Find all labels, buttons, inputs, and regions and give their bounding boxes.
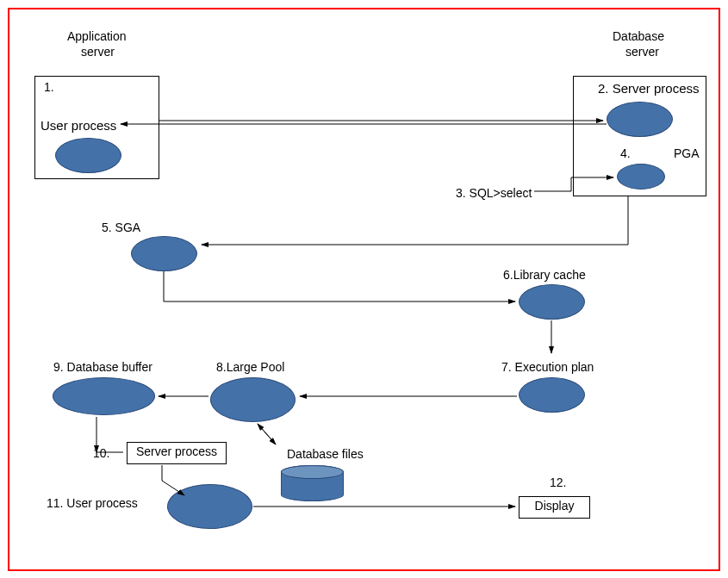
db-server-header-line1: Database xyxy=(613,29,664,43)
large-pool-label: 8.Large Pool xyxy=(216,360,284,374)
execution-plan-label: 7. Execution plan xyxy=(501,360,594,374)
sga-label: 5. SGA xyxy=(102,221,140,234)
app-server-header-line1: Application xyxy=(67,29,127,43)
server-process-box: Server process xyxy=(127,442,227,464)
step12-number: 12. xyxy=(550,475,566,489)
step10-number: 10. xyxy=(93,446,109,460)
db-files-label: Database files xyxy=(287,447,364,461)
server-process-ellipse xyxy=(607,102,673,137)
step1-number: 1. xyxy=(44,80,160,94)
user-process-ellipse xyxy=(55,138,121,173)
display-box-label: Display xyxy=(535,499,575,513)
server-process-label: 2. Server process xyxy=(598,81,700,96)
db-files-cylinder xyxy=(281,465,344,501)
pga-label: PGA xyxy=(674,146,700,160)
db-server-header-line2: server xyxy=(625,45,659,59)
sga-ellipse xyxy=(131,236,197,271)
db-buffer-ellipse xyxy=(53,377,155,415)
step11-label: 11. User process xyxy=(47,496,138,510)
pga-ellipse xyxy=(617,164,665,190)
app-server-header-line2: server xyxy=(81,45,115,59)
db-buffer-label: 9. Database buffer xyxy=(53,360,152,374)
execution-plan-ellipse xyxy=(519,377,585,413)
user-process-label: User process xyxy=(40,118,116,133)
large-pool-ellipse xyxy=(210,377,296,422)
library-cache-ellipse xyxy=(519,284,585,320)
library-cache-label: 6.Library cache xyxy=(503,268,586,282)
server-process-box-label: Server process xyxy=(136,444,217,458)
display-box: Display xyxy=(519,496,590,519)
user-process-2-ellipse xyxy=(167,484,252,529)
step4-number: 4. xyxy=(620,146,631,160)
sql-select-label: 3. SQL>select xyxy=(456,186,532,200)
